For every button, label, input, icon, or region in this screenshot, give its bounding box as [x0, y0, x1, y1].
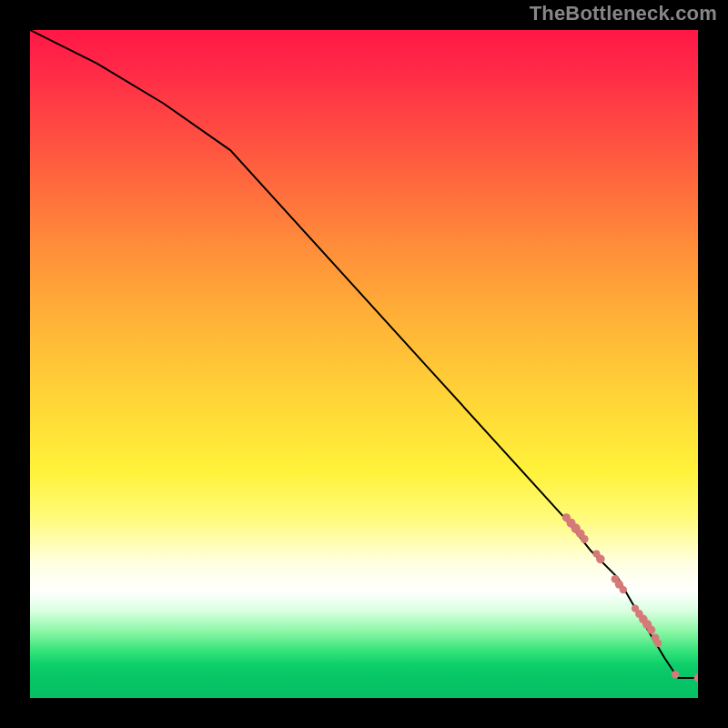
chart-overlay-svg — [30, 30, 698, 698]
watermark-text: TheBottleneck.com — [530, 2, 717, 25]
data-marker — [647, 626, 655, 634]
data-marker — [596, 555, 605, 564]
plot-area — [30, 30, 698, 698]
main-curve-line — [30, 30, 698, 678]
data-marker — [581, 535, 589, 543]
data-marker — [654, 640, 662, 647]
data-marker — [694, 674, 698, 682]
data-marker — [672, 671, 679, 678]
chart-stage: TheBottleneck.com — [0, 0, 728, 728]
data-marker — [620, 586, 627, 593]
